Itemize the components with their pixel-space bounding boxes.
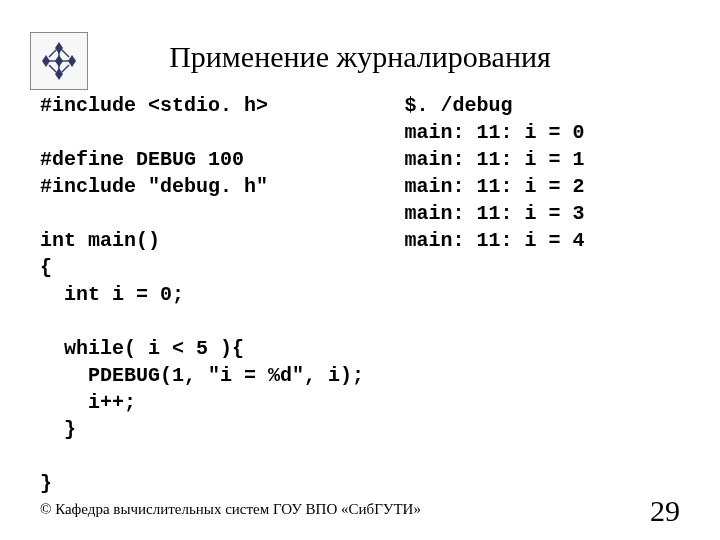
logo-icon (30, 32, 88, 90)
slide: Применение журналирования #include <stdi… (0, 0, 720, 540)
svg-line-9 (49, 50, 56, 57)
slide-title: Применение журналирования (40, 40, 680, 74)
svg-line-12 (62, 65, 69, 72)
content-columns: #include <stdio. h> #define DEBUG 100 #i… (40, 92, 680, 497)
svg-line-10 (62, 50, 69, 57)
page-number: 29 (650, 494, 680, 528)
footer-copyright: © Кафедра вычислительных систем ГОУ ВПО … (40, 501, 421, 518)
source-code: #include <stdio. h> #define DEBUG 100 #i… (40, 92, 398, 497)
svg-line-11 (49, 65, 56, 72)
program-output: $. /debug main: 11: i = 0 main: 11: i = … (398, 92, 686, 254)
